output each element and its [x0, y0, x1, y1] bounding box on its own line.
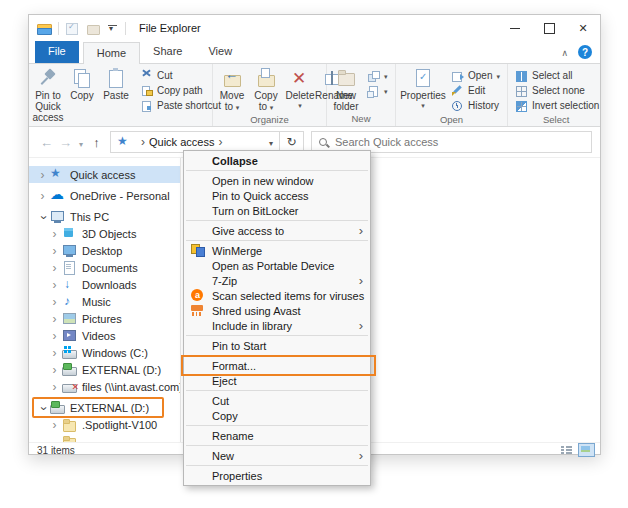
select-none-button[interactable]: Select none — [512, 83, 600, 98]
tree-item-quick-access[interactable]: Quick access — [29, 166, 180, 183]
back-button[interactable] — [37, 135, 56, 150]
address-dropdown-icon[interactable] — [265, 136, 277, 148]
menu-item-give-access-to[interactable]: Give access to — [184, 223, 370, 238]
menu-item-label: Collapse — [212, 155, 258, 167]
menu-item-copy[interactable]: Copy — [184, 408, 370, 423]
minimize-button[interactable] — [498, 15, 532, 41]
chevron-icon[interactable] — [49, 330, 60, 342]
thumbnails-view-button[interactable] — [578, 443, 595, 457]
copy-path-button[interactable]: Copy path — [137, 83, 224, 98]
history-button[interactable]: History — [448, 98, 503, 113]
breadcrumb[interactable]: Quick access — [149, 136, 214, 148]
chevron-icon[interactable] — [49, 381, 60, 393]
history-icon — [451, 100, 464, 112]
tree-item-desktop[interactable]: Desktop — [29, 242, 180, 259]
chevron-icon[interactable] — [49, 296, 60, 308]
chevron-icon[interactable] — [37, 169, 48, 181]
chevron-icon[interactable] — [49, 364, 60, 376]
properties-qat-icon[interactable] — [65, 22, 80, 35]
tree-item-files-int-avast-com-w[interactable]: files (\\int.avast.com) (W:) — [29, 378, 180, 395]
menu-item-rename[interactable]: Rename — [184, 428, 370, 443]
move-to-button[interactable]: Move to — [215, 65, 249, 113]
collapse-ribbon-icon[interactable] — [561, 46, 568, 58]
new-folder-button[interactable]: New folder — [329, 65, 363, 112]
delete-button[interactable]: Delete — [283, 65, 317, 109]
menu-item-label: Include in library — [212, 320, 292, 332]
tab-home[interactable]: Home — [83, 42, 140, 64]
search-input[interactable] — [335, 136, 585, 148]
details-view-button[interactable] — [559, 444, 574, 456]
invert-selection-button[interactable]: Invert selection — [512, 98, 600, 113]
cut-button[interactable]: Cut — [137, 68, 224, 83]
copy-button[interactable]: Copy — [65, 65, 99, 101]
tree-item-downloads[interactable]: Downloads — [29, 276, 180, 293]
menu-item-new[interactable]: New — [184, 448, 370, 463]
chevron-icon[interactable] — [49, 262, 60, 274]
tree-item[interactable] — [29, 433, 180, 442]
chevron-icon[interactable] — [49, 347, 60, 359]
chevron-icon[interactable] — [49, 313, 60, 325]
new-folder-qat-icon[interactable] — [86, 22, 101, 35]
menu-item-pin-to-start[interactable]: Pin to Start — [184, 338, 370, 353]
menu-item-shred-using-avast[interactable]: Shred using Avast — [184, 303, 370, 318]
chevron-icon[interactable] — [37, 211, 48, 223]
help-button[interactable] — [578, 45, 592, 59]
up-button[interactable] — [87, 135, 106, 150]
forward-button[interactable] — [56, 135, 75, 150]
pin-to-quick-access-button[interactable]: Pin to Quick access — [31, 65, 65, 123]
tree-item-music[interactable]: Music — [29, 293, 180, 310]
chevron-icon[interactable] — [37, 402, 48, 414]
copy-to-button[interactable]: Copy to — [249, 65, 283, 113]
properties-button[interactable]: Properties — [398, 65, 448, 109]
maximize-button[interactable] — [532, 15, 566, 41]
paste-shortcut-button[interactable]: Paste shortcut — [137, 98, 224, 113]
invert-selection-icon — [515, 100, 528, 112]
edit-button[interactable]: Edit — [448, 83, 503, 98]
breadcrumb-separator-icon — [137, 135, 149, 149]
menu-item-open-in-new-window[interactable]: Open in new window — [184, 173, 370, 188]
chevron-icon[interactable] — [49, 245, 60, 257]
menu-item-format[interactable]: Format... — [184, 358, 370, 373]
tree-item-external-d[interactable]: EXTERNAL (D:) — [29, 399, 180, 416]
tree-item-3d-objects[interactable]: 3D Objects — [29, 225, 180, 242]
tree-item-windows-c[interactable]: Windows (C:) — [29, 344, 180, 361]
folder-icon — [62, 435, 77, 442]
tab-share[interactable]: Share — [140, 41, 195, 63]
customize-toolbar-icon[interactable] — [107, 22, 119, 35]
tab-view[interactable]: View — [195, 41, 245, 63]
chevron-icon[interactable] — [49, 228, 60, 240]
chevron-icon[interactable] — [37, 190, 48, 202]
tree-item-this-pc[interactable]: This PC — [29, 208, 180, 225]
tab-file[interactable]: File — [35, 41, 79, 63]
menu-item-scan-selected-items-for-viruses[interactable]: Scan selected items for viruses — [184, 288, 370, 303]
submenu-arrow-icon — [359, 319, 363, 332]
easy-access-button[interactable] — [364, 68, 391, 83]
menu-item-cut[interactable]: Cut — [184, 393, 370, 408]
close-button[interactable] — [566, 15, 600, 41]
chevron-icon[interactable] — [49, 279, 60, 291]
menu-item-collapse[interactable]: Collapse — [184, 153, 370, 168]
menu-item-winmerge[interactable]: WinMerge — [184, 243, 370, 258]
new-item-button[interactable] — [364, 83, 391, 98]
search-icon — [318, 137, 329, 148]
button-label: History — [468, 100, 499, 111]
tree-item-spotlight-v100[interactable]: .Spotlight-V100 — [29, 416, 180, 433]
open-button[interactable]: Open — [448, 68, 503, 83]
select-all-button[interactable]: Select all — [512, 68, 600, 83]
tree-item-documents[interactable]: Documents — [29, 259, 180, 276]
menu-item-eject[interactable]: Eject — [184, 373, 370, 388]
menu-item-open-as-portable-device[interactable]: Open as Portable Device — [184, 258, 370, 273]
tree-item-videos[interactable]: Videos — [29, 327, 180, 344]
menu-item-pin-to-quick-access[interactable]: Pin to Quick access — [184, 188, 370, 203]
menu-item-7-zip[interactable]: 7-Zip — [184, 273, 370, 288]
tree-item-external-d[interactable]: EXTERNAL (D:) — [29, 361, 180, 378]
menu-item-include-in-library[interactable]: Include in library — [184, 318, 370, 333]
tree-item-onedrive-personal[interactable]: OneDrive - Personal — [29, 187, 180, 204]
menu-item-turn-on-bitlocker[interactable]: Turn on BitLocker — [184, 203, 370, 218]
dropdown-arrow-icon — [496, 70, 500, 81]
chevron-icon[interactable] — [49, 419, 60, 431]
recent-locations-button[interactable] — [75, 135, 87, 150]
paste-button[interactable]: Paste — [99, 65, 133, 101]
menu-item-properties[interactable]: Properties — [184, 468, 370, 483]
tree-item-pictures[interactable]: Pictures — [29, 310, 180, 327]
